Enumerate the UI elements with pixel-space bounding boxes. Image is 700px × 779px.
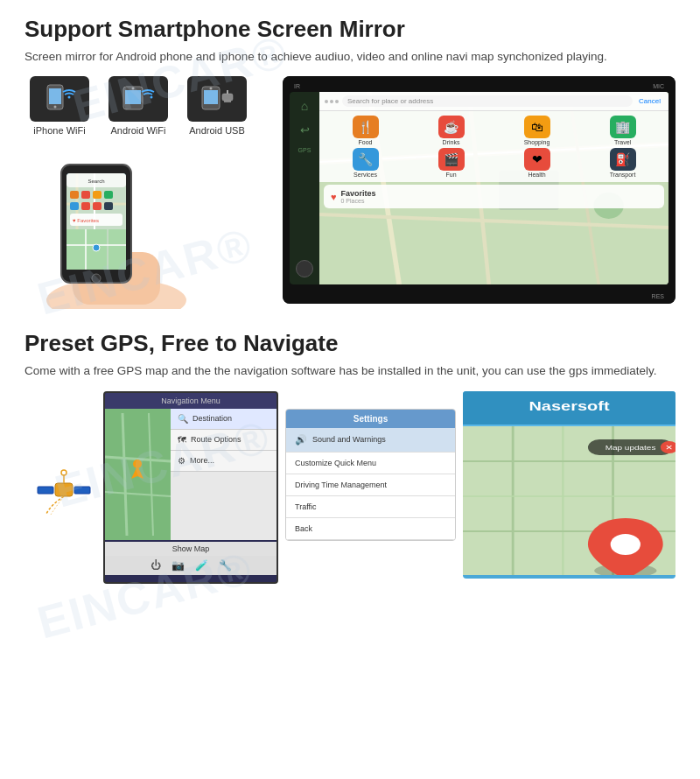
nav-health[interactable]: ❤ Health <box>495 148 578 178</box>
android-usb-icon <box>198 83 236 115</box>
svg-rect-29 <box>70 202 79 210</box>
svg-point-62 <box>133 460 142 468</box>
android-wifi-label: Android WiFi <box>111 125 166 136</box>
mic-label: MIC <box>653 83 664 89</box>
ir-label: IR <box>294 83 300 89</box>
svg-point-40 <box>92 274 101 283</box>
food-label: Food <box>359 139 373 145</box>
control-knob[interactable] <box>296 260 313 277</box>
svg-rect-53 <box>74 487 90 494</box>
settings-sound-item[interactable]: 🔊 Sound and Warnings <box>286 428 455 453</box>
phone-hand-area: Search ♥ Favorites <box>24 147 208 309</box>
settings-traffic-item[interactable]: Traffic <box>286 496 455 518</box>
car-top-bar: IR MIC <box>290 83 668 89</box>
image-icon[interactable]: 📷 <box>172 559 185 572</box>
lab-icon[interactable]: 🧪 <box>195 559 208 572</box>
nav-dot3 <box>335 100 339 103</box>
settings-back-item[interactable]: Back <box>286 518 455 540</box>
car-unit-inner: IR MIC ⌂ ↩ GPS <box>283 76 676 304</box>
nav-food[interactable]: 🍴 Food <box>324 116 407 145</box>
back-btn[interactable]: ↩ <box>300 123 310 137</box>
map-thumb-svg <box>105 413 171 536</box>
nav-services[interactable]: 🔧 Services <box>324 148 407 178</box>
nav-dot1 <box>325 100 328 103</box>
quickmenu-label: Customize Quick Menu <box>295 459 376 467</box>
fav-heart-icon: ♥ <box>331 192 337 202</box>
satellite-overlay <box>33 466 94 522</box>
settings-quickmenu-item[interactable]: Customize Quick Menu <box>286 453 455 474</box>
transport-label: Transport <box>610 172 636 178</box>
destination-icon: 🔍 <box>178 414 188 424</box>
nav-menu-content: 🔍 Destination 🗺 Route Options ⚙ More... <box>105 409 276 540</box>
sound-label: Sound and Warnings <box>312 435 386 444</box>
res-label-area: RES <box>290 284 668 304</box>
iphone-wifi-item: iPhone WiFi <box>24 76 94 136</box>
shopping-label: Shopping <box>524 139 550 145</box>
svg-point-6 <box>132 88 135 90</box>
svg-rect-25 <box>70 191 79 199</box>
svg-point-10 <box>210 88 213 90</box>
favorites-bar: ♥ Favorites 0 Places <box>324 185 664 208</box>
svg-rect-11 <box>222 94 233 101</box>
destination-label: Destination <box>192 414 232 423</box>
nav-dots-row <box>325 100 339 103</box>
svg-rect-51 <box>55 483 73 496</box>
svg-point-39 <box>93 244 100 251</box>
gps-screenshots-row: Navigation Menu <box>24 391 676 584</box>
nav-search-field[interactable]: Search for place or address <box>342 95 633 107</box>
health-icon: ❤ <box>524 148 550 171</box>
car-bezel: IR MIC ⌂ ↩ GPS <box>283 76 676 304</box>
section1-desc: Screen mirror for Android phone and ipho… <box>24 48 676 66</box>
nav-transport[interactable]: ⛽ Transport <box>581 148 664 178</box>
svg-text:Nasersoft: Nasersoft <box>528 399 610 413</box>
fun-label: Fun <box>445 172 456 178</box>
svg-text:Search: Search <box>88 179 104 184</box>
android-usb-item: Android USB <box>182 76 252 136</box>
mirror-icons-area: iPhone WiFi <box>24 76 274 309</box>
svg-rect-31 <box>93 202 102 210</box>
nav-dot2 <box>330 100 333 103</box>
svg-rect-27 <box>93 191 102 199</box>
drinks-label: Drinks <box>443 139 460 145</box>
android-usb-label: Android USB <box>189 125 245 136</box>
services-icon: 🔧 <box>353 148 379 171</box>
show-map-label[interactable]: Show Map <box>105 542 276 556</box>
nav-bottom-bar: ⏻ 📷 🧪 🔧 <box>105 556 276 575</box>
svg-rect-52 <box>38 487 53 494</box>
car-screen-content: Search for place or address Cancel 🍴 Foo… <box>319 92 668 284</box>
svg-point-3 <box>68 96 71 99</box>
svg-rect-28 <box>104 191 113 199</box>
android-wifi-item: Android WiFi <box>103 76 173 136</box>
tools-icon[interactable]: 🔧 <box>219 559 232 572</box>
route-icon: 🗺 <box>178 435 186 445</box>
res-label: RES <box>652 293 664 299</box>
section2-desc: Come with a free GPS map and the the nav… <box>24 362 676 380</box>
satellite-icon-svg <box>33 466 94 518</box>
home-btn[interactable]: ⌂ <box>301 99 308 113</box>
nav-shopping[interactable]: 🛍 Shopping <box>495 116 578 145</box>
drinks-icon: ☕ <box>438 116 465 138</box>
svg-rect-13 <box>224 101 231 102</box>
nav-cancel-btn[interactable]: Cancel <box>636 97 663 105</box>
svg-rect-9 <box>204 90 218 104</box>
svg-rect-32 <box>104 202 113 210</box>
shopping-icon: 🛍 <box>524 116 550 138</box>
nav-searchbar[interactable]: Search for place or address Cancel <box>319 92 668 111</box>
svg-text:♥ Favorites: ♥ Favorites <box>73 218 99 223</box>
nav-travel[interactable]: 🏢 Travel <box>581 116 664 145</box>
nav-drinks[interactable]: ☕ Drinks <box>410 116 493 145</box>
nav-menu-map-thumb <box>105 409 171 540</box>
power-icon[interactable]: ⏻ <box>150 559 161 572</box>
iphone-wifi-icon-box <box>30 76 89 122</box>
nav-more-item[interactable]: ⚙ More... <box>171 451 276 472</box>
android-wifi-icon-box <box>108 76 168 122</box>
svg-text:Map updates: Map updates <box>606 444 656 451</box>
section2: Preset GPS, Free to Navigate Come with a… <box>0 318 700 592</box>
settings-driving-item[interactable]: Driving Time Management <box>286 474 455 496</box>
nav-route-item[interactable]: 🗺 Route Options <box>171 430 276 451</box>
iphone-wifi-icon <box>40 83 79 115</box>
nav-menu-title: Navigation Menu <box>105 393 276 409</box>
nav-fun[interactable]: 🎬 Fun <box>410 148 493 178</box>
more-icon: ⚙ <box>178 456 186 466</box>
nav-destination-item[interactable]: 🔍 Destination <box>171 409 276 430</box>
